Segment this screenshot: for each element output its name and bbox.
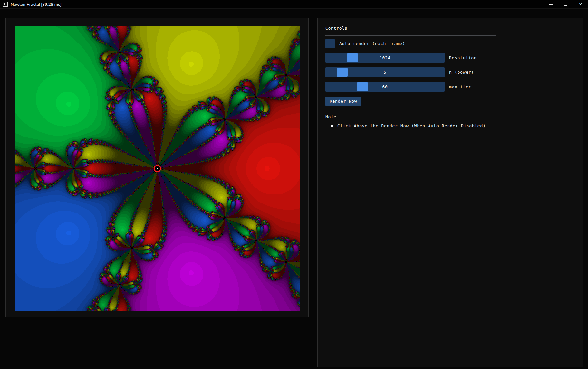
center-marker xyxy=(154,165,161,172)
fractal-viewport-panel xyxy=(5,18,309,317)
note-bullet-text: Click Above the Render Now (When Auto Re… xyxy=(337,123,486,128)
separator-top xyxy=(325,35,496,36)
resolution-slider[interactable]: 1024 xyxy=(325,53,445,63)
n-power-label: n (power) xyxy=(449,70,474,75)
max-iter-value: 60 xyxy=(325,82,445,92)
n-power-slider-row: 5 n (power) xyxy=(325,67,575,77)
resolution-label: Resolution xyxy=(449,55,477,60)
close-button[interactable]: ✕ xyxy=(573,0,588,8)
center-marker-dot xyxy=(157,168,158,169)
minimize-icon xyxy=(549,4,553,5)
minimize-button[interactable] xyxy=(544,0,558,8)
fractal-image-container xyxy=(15,26,300,311)
window-controls: ✕ xyxy=(544,0,588,8)
resolution-slider-row: 1024 Resolution xyxy=(325,53,575,63)
window-title: Newton Fractal [89.28 ms] xyxy=(11,2,62,7)
max-iter-label: max_iter xyxy=(449,84,471,89)
app-icon xyxy=(3,2,8,7)
note-header: Note xyxy=(325,114,575,119)
n-power-value: 5 xyxy=(325,67,445,77)
titlebar: Newton Fractal [89.28 ms] ✕ xyxy=(0,0,588,9)
auto-render-checkbox-row[interactable]: Auto render (each frame) xyxy=(325,39,575,48)
render-now-button[interactable]: Render Now xyxy=(325,97,361,106)
close-icon: ✕ xyxy=(579,2,583,6)
max-iter-slider-row: 60 max_iter xyxy=(325,82,575,92)
resolution-value: 1024 xyxy=(325,53,445,63)
n-power-slider[interactable]: 5 xyxy=(325,67,445,77)
panel-header: Controls xyxy=(325,26,575,31)
auto-render-label: Auto render (each frame) xyxy=(339,41,405,46)
auto-render-checkbox[interactable] xyxy=(325,39,335,48)
maximize-icon xyxy=(564,3,567,6)
note-bullet-row: Click Above the Render Now (When Auto Re… xyxy=(325,123,575,128)
controls-panel: Controls Auto render (each frame) 1024 R… xyxy=(317,18,583,367)
separator-note xyxy=(325,111,496,111)
max-iter-slider[interactable]: 60 xyxy=(325,82,445,92)
maximize-button[interactable] xyxy=(558,0,573,8)
bullet-icon xyxy=(331,125,333,127)
